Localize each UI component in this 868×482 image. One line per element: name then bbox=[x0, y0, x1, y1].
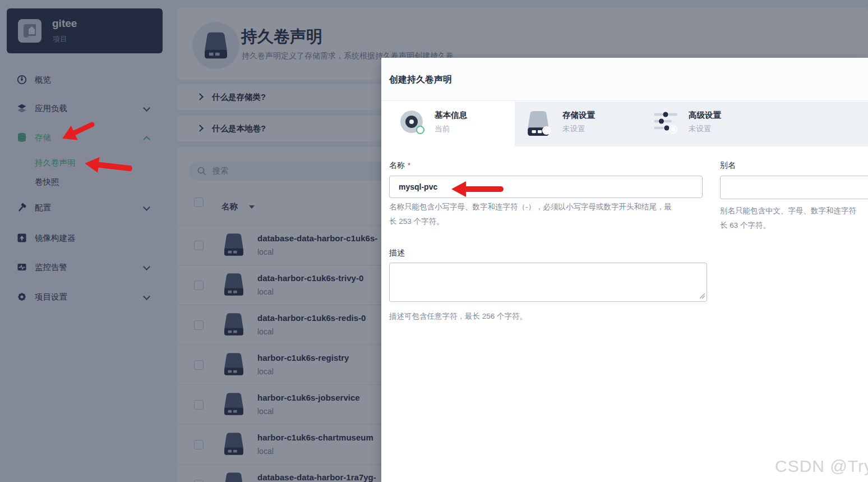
name-input[interactable] bbox=[389, 176, 703, 198]
step-status: 当前 bbox=[435, 124, 450, 134]
resize-grip-icon[interactable] bbox=[700, 293, 705, 299]
description-textarea[interactable] bbox=[389, 263, 707, 302]
required-asterisk: * bbox=[408, 161, 410, 169]
step-status: 未设置 bbox=[689, 124, 712, 134]
advanced-settings-step-icon bbox=[654, 111, 680, 136]
basic-info-step-icon bbox=[400, 111, 426, 136]
basic-info-form: 名称* 名称只能包含小写字母、数字和连字符（-），必须以小写字母或数字开头和结尾… bbox=[381, 146, 868, 482]
step-status: 未设置 bbox=[562, 124, 585, 134]
csdn-watermark: CSDN @Try: bbox=[775, 457, 868, 476]
step-basic-info[interactable]: 基本信息 当前 bbox=[381, 102, 515, 146]
modal-title: 创建持久卷声明 bbox=[389, 74, 452, 86]
storage-settings-step-icon bbox=[527, 111, 553, 136]
pending-step-badge bbox=[542, 126, 551, 135]
create-pvc-modal: 创建持久卷声明 基本信息 当前 存储设置 未设置 bbox=[381, 58, 868, 482]
description-field-hint: 描述可包含任意字符，最长 256 个字符。 bbox=[389, 309, 527, 324]
description-field-label: 描述 bbox=[389, 248, 405, 258]
step-storage-settings[interactable]: 存储设置 未设置 bbox=[515, 102, 641, 146]
name-field-hint: 名称只能包含小写字母、数字和连字符（-），必须以小写字母或数字开头和结尾，最 长… bbox=[389, 200, 672, 229]
name-field-label: 名称* bbox=[389, 160, 410, 171]
modal-steps-bar: 基本信息 当前 存储设置 未设置 bbox=[381, 102, 868, 146]
app-screen: gitee 项目 概览 应用负载 存储 bbox=[0, 0, 868, 482]
pending-step-badge bbox=[669, 125, 677, 134]
alias-field-label: 别名 bbox=[720, 160, 736, 171]
modal-header: 创建持久卷声明 bbox=[381, 58, 868, 101]
current-step-badge bbox=[416, 126, 424, 134]
alias-field-hint: 别名只能包含中文、字母、数字和连字符 长 63 个字符。 bbox=[720, 204, 856, 233]
step-advanced-settings[interactable]: 高级设置 未设置 bbox=[641, 102, 767, 146]
alias-input[interactable] bbox=[720, 176, 868, 199]
